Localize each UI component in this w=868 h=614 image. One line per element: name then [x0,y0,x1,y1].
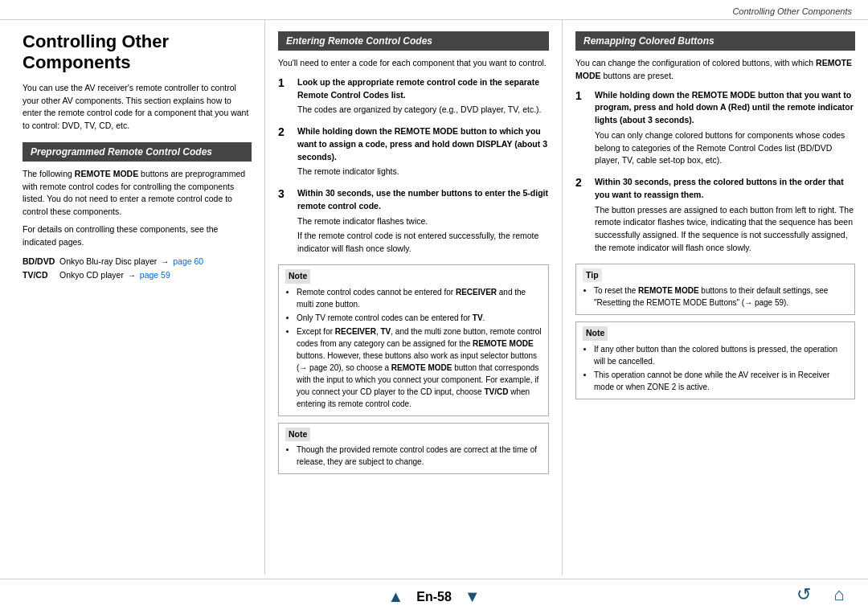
right-note-box: Note If any other button than the colore… [575,321,855,399]
home-icon: ⌂ [833,584,844,605]
device-label-bddvd: BD/DVD [23,255,56,268]
step-1: 1 Look up the appropriate remote control… [278,76,549,119]
list-item: Remote control codes cannot be entered f… [297,286,542,310]
right-step-1: 1 While holding down the REMOTE MODE but… [575,89,855,170]
main-content: Controlling Other Components You can use… [0,20,868,575]
device-label-tvcd: TV/CD [23,268,56,282]
home-button[interactable]: ⌂ [826,582,852,608]
prev-page-button[interactable]: ▲ [387,587,403,606]
back-icon: ↺ [796,584,811,605]
page-link-bddvd[interactable]: page 60 [173,256,203,266]
page-number: En-58 [416,590,452,604]
right-steps: 1 While holding down the REMOTE MODE but… [575,89,855,257]
step-3: 3 Within 30 seconds, use the number butt… [278,187,549,258]
list-item: TV/CD Onkyo CD player → page 59 [23,268,252,282]
footer-nav: ▲ En-58 ▼ [387,587,480,606]
list-item: If any other button than the colored but… [594,343,848,367]
step-num-2: 2 [278,125,293,139]
intro-text: You can use the AV receiver's remote con… [23,82,252,133]
tip-list: To reset the REMOTE MODE buttons to thei… [583,284,848,309]
remapping-header: Remapping Colored Buttons [575,31,855,51]
col-right: Remapping Colored Buttons You can change… [563,20,868,575]
step-content-1: Look up the appropriate remote control c… [297,76,549,119]
step-content-3: Within 30 seconds, use the number button… [297,187,549,258]
right-note-list: If any other button than the colored but… [583,343,848,393]
list-item: Though the provided remote control codes… [297,444,542,468]
device-list: BD/DVD Onkyo Blu-ray Disc player → page … [23,255,252,282]
right-step-content-1: While holding down the REMOTE MODE butto… [595,89,855,170]
step-2: 2 While holding down the REMOTE MODE but… [278,125,549,181]
note-title-2: Note [285,428,310,442]
page-link-tvcd[interactable]: page 59 [140,270,170,280]
remapping-intro: You can change the configuration of colo… [575,57,855,83]
device-desc-tvcd: Onkyo CD player → page 59 [59,268,170,282]
list-item: BD/DVD Onkyo Blu-ray Disc player → page … [23,255,252,268]
note-list-2: Though the provided remote control codes… [285,444,542,468]
footer-icons: ↺ ⌂ [791,582,852,608]
list-item: This operation cannot be done while the … [594,369,848,393]
preprogrammed-note: For details on controlling these compone… [23,223,252,249]
right-step-content-2: Within 30 seconds, press the colored but… [595,176,855,257]
right-note-title: Note [583,326,608,341]
step-num-3: 3 [278,187,293,201]
col-mid: Entering Remote Control Codes You'll nee… [265,20,563,575]
entering-header: Entering Remote Control Codes [278,31,549,51]
col-left: Controlling Other Components You can use… [0,20,265,575]
entering-intro: You'll need to enter a code for each com… [278,57,549,70]
page-title: Controlling Other Components [23,31,252,74]
note-title-1: Note [285,269,310,284]
right-step-2: 2 Within 30 seconds, press the colored b… [575,176,855,257]
note-list-1: Remote control codes cannot be entered f… [285,286,542,410]
list-item: Except for RECEIVER, TV, and the multi z… [297,325,542,410]
back-button[interactable]: ↺ [791,582,817,608]
tip-title: Tip [583,268,602,283]
page-header: Controlling Other Components [0,0,868,20]
preprogrammed-header: Preprogrammed Remote Control Codes [23,142,252,162]
mid-steps: 1 Look up the appropriate remote control… [278,76,549,258]
header-title: Controlling Other Components [732,6,852,16]
preprogrammed-body: The following REMOTE MODE buttons are pr… [23,168,252,249]
next-page-button[interactable]: ▼ [465,587,481,606]
list-item: Only TV remote control codes can be ente… [297,312,542,324]
tip-box: Tip To reset the REMOTE MODE buttons to … [575,264,855,316]
list-item: To reset the REMOTE MODE buttons to thei… [594,284,848,309]
device-desc-bddvd: Onkyo Blu-ray Disc player → page 60 [59,255,203,268]
right-step-num-1: 1 [575,89,590,103]
step-num-1: 1 [278,76,293,90]
footer: ▲ En-58 ▼ ↺ ⌂ [0,579,868,614]
mid-note-box-1: Note Remote control codes cannot be ente… [278,264,549,416]
right-step-num-2: 2 [575,176,590,190]
mid-note-box-2: Note Though the provided remote control … [278,423,549,475]
step-content-2: While holding down the REMOTE MODE butto… [297,125,549,181]
